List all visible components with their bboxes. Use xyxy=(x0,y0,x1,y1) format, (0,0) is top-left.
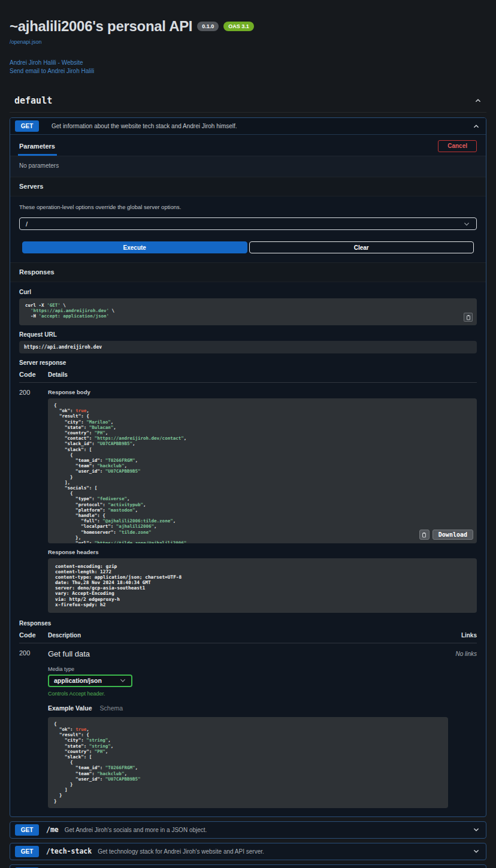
method-badge-get: GET xyxy=(15,824,39,836)
chevron-down-icon xyxy=(463,220,470,228)
execute-row: Execute Clear xyxy=(10,231,486,262)
copy-icon[interactable] xyxy=(464,313,473,322)
server-select-value: / xyxy=(26,220,28,228)
curl-label: Curl xyxy=(19,289,477,295)
example-value-code-block: { "ok": true, "result": { "city": "strin… xyxy=(48,717,448,808)
description-column-header: Description xyxy=(48,632,461,639)
servers-section-title: Servers xyxy=(10,177,486,196)
endpoint-path: /me xyxy=(46,825,59,834)
method-badge-get: GET xyxy=(15,846,39,857)
chevron-down-icon[interactable] xyxy=(473,848,480,855)
opblock-get-root-header[interactable]: GET Get information about the website te… xyxy=(10,118,486,135)
execute-button[interactable]: Execute xyxy=(22,241,247,253)
servers-body: These operation-level options override t… xyxy=(10,196,486,231)
model-tabs: Example Value Schema xyxy=(48,704,441,712)
cancel-button[interactable]: Cancel xyxy=(438,140,477,152)
clear-button[interactable]: Clear xyxy=(249,241,474,253)
operation-summary: Get information about the website tech s… xyxy=(52,123,473,129)
oas-badge: OAS 3.1 xyxy=(223,22,254,31)
server-response-label: Server response xyxy=(19,359,477,366)
page-title: ~ajhalili2006's personal API xyxy=(10,18,192,35)
response-description: Get full data xyxy=(48,649,441,658)
tab-parameters[interactable]: Parameters xyxy=(18,143,57,156)
chevron-down-icon xyxy=(119,677,126,684)
chevron-up-icon[interactable] xyxy=(474,97,482,104)
version-badge: 0.1.0 xyxy=(197,22,219,31)
chevron-down-icon[interactable] xyxy=(473,826,480,833)
opblock-collapsed[interactable]: GET /ping Ping the API server if it is u… xyxy=(10,864,486,868)
tab-schema[interactable]: Schema xyxy=(100,704,123,712)
parameters-bar: Parameters Cancel xyxy=(10,135,486,156)
opblock-collapsed[interactable]: GET /me Get Andrei Jiroh's socials and m… xyxy=(10,821,486,839)
endpoint-summary: Get technology stack for Andrei Jiroh's … xyxy=(98,848,473,855)
responses-table-title: Responses xyxy=(19,620,477,627)
controls-accept-note: Controls Accept header. xyxy=(48,691,441,697)
status-code: 200 xyxy=(19,389,48,613)
server-select[interactable]: / xyxy=(19,217,477,230)
status-code: 200 xyxy=(19,649,48,808)
request-url-value: https://api.andreijiroh.dev xyxy=(19,341,477,353)
server-response-row: 200 Response body { "ok": true, "result"… xyxy=(19,383,477,613)
details-column-header: Details xyxy=(48,371,477,378)
no-parameters-text: No parameters xyxy=(10,156,486,177)
copy-icon[interactable] xyxy=(419,530,430,540)
contact-website-link[interactable]: Andrei Jiroh Halili - Website xyxy=(10,59,486,67)
curl-code-block: curl -X 'GET' \ 'https://api.andreijiroh… xyxy=(19,298,477,325)
response-body-code-block: { "ok": true, "result": { "city": "Maril… xyxy=(48,398,477,543)
tab-example-value[interactable]: Example Value xyxy=(48,704,92,712)
chevron-up-icon[interactable] xyxy=(473,123,480,130)
method-badge-get: GET xyxy=(15,120,39,132)
openapi-spec-link[interactable]: /openapi.json xyxy=(10,39,42,45)
endpoint-list: GET /me Get Andrei Jiroh's socials and m… xyxy=(10,821,486,868)
media-type-label: Media type xyxy=(48,666,441,672)
responses-table-header: Code Description Links xyxy=(19,631,477,643)
tag-default-header[interactable]: default xyxy=(10,90,486,113)
request-url-label: Request URL xyxy=(19,331,477,338)
download-button[interactable]: Download xyxy=(433,530,473,540)
servers-note: These operation-level options override t… xyxy=(19,204,477,210)
tag-title: default xyxy=(14,95,52,106)
opblock-collapsed[interactable]: GET /tech-stack Get technology stack for… xyxy=(10,843,486,860)
response-headers-label: Response headers xyxy=(48,549,477,555)
endpoint-summary: Get Andrei Jiroh's socials and more in a… xyxy=(65,827,473,833)
swagger-ui-page: ~ajhalili2006's personal API 0.1.0 OAS 3… xyxy=(0,0,496,868)
response-headers-block: content-encoding: gzipcontent-length: 12… xyxy=(48,558,477,613)
media-type-select[interactable]: application/json xyxy=(48,675,132,687)
response-body-label: Response body xyxy=(48,389,477,395)
opblock-get-root: GET Get information about the website te… xyxy=(10,117,486,817)
server-response-table-header: Code Details xyxy=(19,371,477,383)
responses-section-title: Responses xyxy=(10,262,486,282)
links-column-header: Links xyxy=(461,632,477,639)
code-column-header: Code xyxy=(19,371,48,378)
api-info: ~ajhalili2006's personal API 0.1.0 OAS 3… xyxy=(10,0,486,75)
contact-email-link[interactable]: Send email to Andrei Jiroh Halili xyxy=(10,67,486,75)
responses-body: Curl curl -X 'GET' \ 'https://api.andrei… xyxy=(10,282,486,816)
responses-table-row: 200 Get full data Media type application… xyxy=(19,643,477,808)
code-column-header: Code xyxy=(19,631,48,639)
endpoint-path: /tech-stack xyxy=(46,847,92,855)
media-type-value: application/json xyxy=(54,677,102,684)
